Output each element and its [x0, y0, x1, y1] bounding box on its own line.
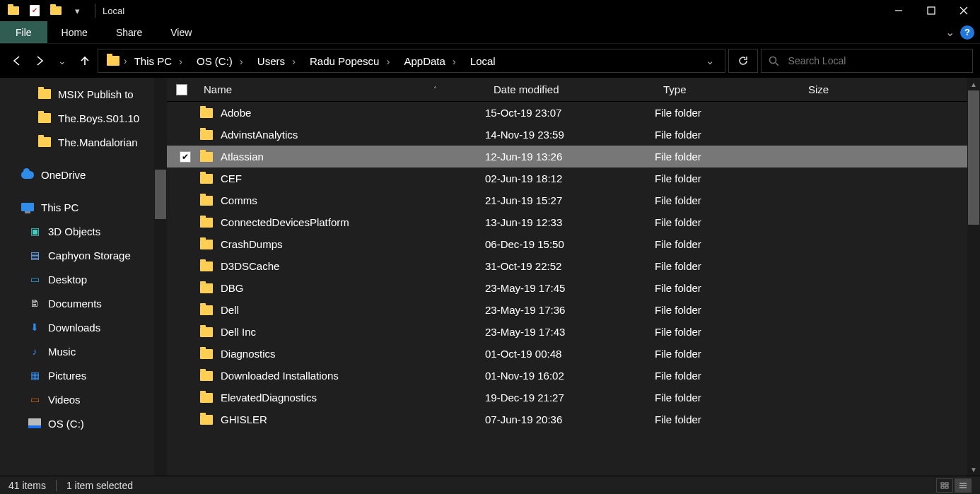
scroll-down-icon[interactable]: ▼: [967, 463, 980, 476]
tree-item[interactable]: The.Boys.S01.10: [0, 106, 167, 130]
tree-item[interactable]: MSIX Publish to: [0, 82, 167, 106]
file-name: Dell Inc: [216, 326, 485, 338]
minimize-button[interactable]: [882, 0, 915, 21]
address-dropdown-icon[interactable]: ⌄: [700, 54, 721, 67]
chevron-right-icon[interactable]: ›: [240, 55, 243, 67]
breadcrumb[interactable]: OS (C:)›: [189, 55, 250, 67]
select-all-checkbox[interactable]: [176, 84, 187, 95]
file-type: File folder: [655, 304, 800, 316]
table-row[interactable]: Diagnostics01-Oct-19 00:48File folder: [167, 343, 980, 365]
3d-objects-icon: ▣: [28, 225, 41, 237]
table-row[interactable]: ElevatedDiagnostics19-Dec-19 21:27File f…: [167, 387, 980, 408]
breadcrumb[interactable]: AppData›: [397, 55, 462, 67]
tab-share[interactable]: Share: [102, 21, 156, 43]
table-row[interactable]: Dell Inc23-May-19 17:43File folder: [167, 321, 980, 343]
forward-button[interactable]: [30, 51, 49, 71]
help-icon[interactable]: ?: [960, 25, 974, 40]
tree-item[interactable]: ▭Videos: [0, 387, 167, 411]
tree-item[interactable]: ⬇Downloads: [0, 315, 167, 339]
navigation-pane[interactable]: MSIX Publish to The.Boys.S01.10 The.Mand…: [0, 78, 167, 476]
table-row[interactable]: Downloaded Installations01-Nov-19 16:02F…: [167, 365, 980, 387]
column-size[interactable]: Size: [801, 78, 886, 101]
list-scroll-thumb[interactable]: [968, 90, 979, 225]
pc-icon: [21, 203, 34, 211]
chevron-right-icon[interactable]: ›: [179, 55, 182, 67]
table-row[interactable]: ConnectedDevicesPlatform13-Jun-19 12:33F…: [167, 211, 980, 233]
svg-rect-9: [945, 486, 948, 488]
table-row[interactable]: Adobe15-Oct-19 23:07File folder: [167, 102, 980, 124]
breadcrumb[interactable]: Radu Popescu›: [303, 55, 397, 67]
svg-rect-7: [945, 483, 948, 485]
table-row[interactable]: AdvinstAnalytics14-Nov-19 23:59File fold…: [167, 124, 980, 146]
breadcrumb-label: Local: [470, 55, 496, 67]
row-checkbox[interactable]: [180, 151, 191, 163]
tree-item[interactable]: ▣3D Objects: [0, 219, 167, 243]
column-label: Date modified: [494, 83, 559, 95]
file-date: 07-Jun-19 20:36: [485, 413, 655, 425]
view-details-button[interactable]: [955, 478, 972, 493]
window-title: Local: [103, 6, 124, 16]
chevron-right-icon[interactable]: ›: [453, 55, 456, 67]
search-input[interactable]: [787, 54, 965, 67]
scroll-up-icon[interactable]: ▲: [967, 78, 980, 90]
maximize-button[interactable]: [915, 0, 947, 21]
file-name: CrashDumps: [216, 238, 485, 250]
tree-item[interactable]: The.Mandalorian: [0, 130, 167, 154]
file-tab[interactable]: File: [0, 21, 47, 43]
ribbon-expand-icon[interactable]: ⌄: [945, 25, 955, 39]
tree-item-onedrive[interactable]: OneDrive: [0, 163, 167, 187]
file-date: 06-Dec-19 15:50: [485, 238, 655, 250]
tree-item[interactable]: ▤Caphyon Storage: [0, 243, 167, 267]
breadcrumb[interactable]: Users›: [250, 55, 303, 67]
tree-item-label: The.Boys.S01.10: [58, 112, 139, 124]
search-box[interactable]: [761, 49, 973, 73]
tab-home[interactable]: Home: [47, 21, 102, 43]
column-checkbox[interactable]: [167, 78, 197, 101]
tree-item-label: Caphyon Storage: [48, 249, 131, 261]
folder-icon: [200, 130, 213, 140]
table-row[interactable]: D3DSCache31-Oct-19 22:52File folder: [167, 255, 980, 277]
qat-properties-icon[interactable]: ✔: [24, 0, 45, 21]
table-row[interactable]: CEF02-Jun-19 18:12File folder: [167, 167, 980, 189]
column-name[interactable]: Name˄: [197, 78, 486, 101]
table-row[interactable]: GHISLER07-Jun-19 20:36File folder: [167, 408, 980, 430]
qat-folder-icon[interactable]: [3, 0, 24, 21]
file-type: File folder: [655, 216, 800, 228]
chevron-right-icon[interactable]: ›: [292, 55, 296, 67]
recent-locations-button[interactable]: ⌄: [52, 51, 72, 71]
breadcrumb[interactable]: Local: [463, 55, 503, 67]
close-button[interactable]: [947, 0, 980, 21]
list-scrollbar[interactable]: ▲ ▼: [967, 78, 980, 476]
tree-scroll-thumb[interactable]: [155, 170, 166, 219]
tree-item-this-pc[interactable]: This PC: [0, 195, 167, 219]
refresh-button[interactable]: [728, 49, 758, 73]
tab-view[interactable]: View: [156, 21, 206, 43]
tree-scrollbar[interactable]: [154, 78, 167, 476]
address-bar[interactable]: › This PC› OS (C:)› Users› Radu Popescu›…: [98, 49, 725, 73]
tree-item[interactable]: ♪Music: [0, 339, 167, 363]
file-date: 02-Jun-19 18:12: [485, 172, 655, 184]
tree-item[interactable]: ▭Desktop: [0, 267, 167, 291]
table-row[interactable]: Atlassian12-Jun-19 13:26File folder: [167, 146, 980, 167]
up-button[interactable]: [75, 51, 95, 71]
column-date[interactable]: Date modified: [486, 78, 656, 101]
tree-item[interactable]: ▦Pictures: [0, 363, 167, 387]
qat-customize-icon[interactable]: ▾: [66, 0, 88, 21]
view-thumbnails-button[interactable]: [936, 478, 953, 493]
chevron-right-icon[interactable]: ›: [386, 55, 390, 67]
table-row[interactable]: Dell23-May-19 17:36File folder: [167, 299, 980, 321]
tree-item-label: MSIX Publish to: [58, 88, 134, 100]
tree-item[interactable]: 🗎Documents: [0, 291, 167, 315]
back-button[interactable]: [7, 51, 27, 71]
file-date: 21-Jun-19 15:27: [485, 194, 655, 206]
tree-item[interactable]: OS (C:): [0, 411, 167, 435]
svg-rect-1: [928, 7, 935, 14]
folder-icon: [200, 371, 213, 381]
window-controls: [882, 0, 980, 21]
breadcrumb[interactable]: This PC›: [127, 55, 189, 67]
column-type[interactable]: Type: [656, 78, 801, 101]
table-row[interactable]: Comms21-Jun-19 15:27File folder: [167, 189, 980, 211]
qat-new-folder-icon[interactable]: [45, 0, 66, 21]
table-row[interactable]: CrashDumps06-Dec-19 15:50File folder: [167, 233, 980, 255]
table-row[interactable]: DBG23-May-19 17:45File folder: [167, 277, 980, 299]
